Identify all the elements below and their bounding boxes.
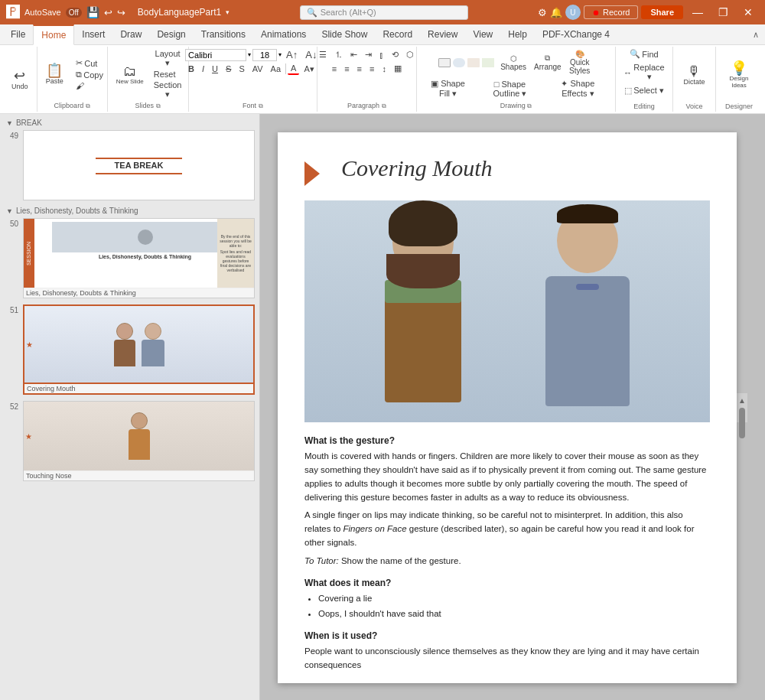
autosave-state: Off bbox=[69, 8, 79, 17]
numbering-button[interactable]: ⒈ bbox=[331, 48, 346, 61]
tab-review[interactable]: Review bbox=[420, 25, 465, 44]
increase-indent-button[interactable]: ⇥ bbox=[362, 49, 375, 60]
minimize-button[interactable]: — bbox=[686, 5, 709, 20]
case-button[interactable]: Aa bbox=[268, 63, 284, 74]
undo-icon-title[interactable]: ↩ bbox=[104, 7, 112, 18]
shape-item[interactable] bbox=[438, 58, 451, 67]
underline-button[interactable]: U bbox=[209, 63, 221, 74]
slide-item-52[interactable]: 52 ★ Touching Nose bbox=[3, 399, 256, 483]
font-name-dropdown-icon[interactable]: ▾ bbox=[248, 51, 251, 58]
scroll-thumb[interactable] bbox=[739, 408, 745, 438]
avatar[interactable]: U bbox=[565, 5, 581, 20]
scroll-up-arrow[interactable]: ▲ bbox=[737, 395, 747, 406]
slide-item-49[interactable]: 49 TEA BREAK bbox=[3, 129, 256, 202]
find-button[interactable]: 🔍 Find bbox=[627, 48, 661, 60]
font-color-button[interactable]: A bbox=[288, 63, 299, 75]
new-slide-button[interactable]: 🗂 New Slide bbox=[111, 63, 149, 86]
tab-pdfxchange[interactable]: PDF-XChange 4 bbox=[535, 25, 617, 44]
touching-nose-body bbox=[129, 429, 150, 460]
align-right-button[interactable]: ≡ bbox=[354, 63, 365, 74]
line-spacing-button[interactable]: ↕ bbox=[379, 63, 389, 74]
smartart-button[interactable]: ⬡ bbox=[403, 49, 417, 60]
content-area: Covering Mouth bbox=[260, 114, 765, 700]
shape-fill-button[interactable]: ▣ Shape Fill ▾ bbox=[422, 78, 474, 99]
format-painter-button[interactable]: 🖌 bbox=[73, 80, 106, 91]
search-box[interactable]: 🔍 Search (Alt+Q) bbox=[300, 5, 468, 20]
reset-button[interactable]: Reset bbox=[151, 69, 185, 80]
section-button[interactable]: Section ▾ bbox=[151, 80, 185, 100]
highlight-button[interactable]: A▾ bbox=[301, 63, 317, 75]
slide-thumb-50[interactable]: SESSION Lies, Dishonesty, Doubts & Think… bbox=[23, 218, 255, 298]
align-left-button[interactable]: ≡ bbox=[329, 63, 340, 74]
shapes-button[interactable]: ⬡ Shapes bbox=[497, 53, 529, 73]
cut-button[interactable]: ✂ Cut bbox=[73, 57, 106, 69]
shadow-button[interactable]: S bbox=[236, 63, 247, 74]
tab-home[interactable]: Home bbox=[33, 24, 74, 45]
tab-view[interactable]: View bbox=[465, 25, 500, 44]
shape-effects-button[interactable]: ✦ Shape Effects ▾ bbox=[545, 78, 610, 99]
bell-icon[interactable]: 🔔 bbox=[550, 7, 562, 18]
bold-button[interactable]: B bbox=[185, 63, 197, 74]
tab-help[interactable]: Help bbox=[500, 25, 535, 44]
record-button[interactable]: ⏺ Record bbox=[584, 5, 638, 19]
tab-draw[interactable]: Draw bbox=[112, 25, 149, 44]
text-direction-button[interactable]: ⟲ bbox=[389, 49, 402, 60]
tab-insert[interactable]: Insert bbox=[74, 25, 112, 44]
tab-transitions[interactable]: Transitions bbox=[194, 25, 253, 44]
tab-slideshow[interactable]: Slide Show bbox=[314, 25, 375, 44]
select-button[interactable]: ⬚ Select ▾ bbox=[621, 85, 667, 96]
font-size-input[interactable] bbox=[252, 49, 277, 61]
shape-item[interactable] bbox=[467, 58, 480, 67]
layout-button[interactable]: Layout ▾ bbox=[151, 48, 185, 69]
replace-button[interactable]: ↔ Replace ▾ bbox=[620, 62, 668, 83]
justify-button[interactable]: ≡ bbox=[366, 63, 377, 74]
content-scrollbar[interactable]: ▲ ▼ bbox=[737, 393, 747, 422]
decrease-indent-button[interactable]: ⇤ bbox=[347, 49, 360, 60]
autosave-toggle[interactable]: Off bbox=[66, 8, 82, 18]
font-size-dropdown-icon[interactable]: ▾ bbox=[278, 51, 282, 58]
tab-file[interactable]: File bbox=[3, 25, 33, 44]
bullets-button[interactable]: ☰ bbox=[316, 49, 330, 60]
voice-label: Voice bbox=[685, 103, 702, 110]
italic-button[interactable]: I bbox=[199, 63, 207, 74]
undo-button[interactable]: ↩ Undo bbox=[6, 67, 34, 92]
design-ideas-button[interactable]: 💡 DesignIdeas bbox=[725, 60, 753, 90]
char-spacing-button[interactable]: AV bbox=[249, 63, 266, 74]
columns-button[interactable]: ⫿ bbox=[376, 50, 387, 60]
redo-icon-title[interactable]: ↪ bbox=[117, 7, 125, 18]
save-icon[interactable]: 💾 bbox=[86, 6, 99, 18]
undo-icon: ↩ bbox=[14, 69, 25, 83]
tab-animations[interactable]: Animations bbox=[253, 25, 314, 44]
copy-button[interactable]: ⧉ Copy bbox=[73, 69, 106, 80]
columns2-button[interactable]: ▦ bbox=[391, 63, 405, 74]
slide-50-content: Lies, Dishonesty, Doubts & Thinking bbox=[52, 222, 238, 260]
section-collapse-icon[interactable]: ▼ bbox=[6, 119, 13, 127]
slide-thumb-49[interactable]: TEA BREAK bbox=[23, 130, 255, 200]
tab-design[interactable]: Design bbox=[149, 25, 193, 44]
settings-icon[interactable]: ⚙ bbox=[538, 7, 547, 18]
shape-item[interactable] bbox=[482, 58, 494, 67]
restore-button[interactable]: ❐ bbox=[712, 5, 734, 20]
slide-item-51[interactable]: 51 ★ bbox=[3, 303, 256, 396]
shape-item[interactable] bbox=[453, 58, 465, 67]
slide-thumb-52[interactable]: ★ Touching Nose bbox=[23, 401, 255, 481]
arrange-button[interactable]: ⧉ Arrange bbox=[531, 52, 565, 73]
increase-font-button[interactable]: A↑ bbox=[283, 48, 301, 61]
paste-button[interactable]: 📋 Paste bbox=[37, 62, 71, 86]
section-lies-collapse-icon[interactable]: ▼ bbox=[6, 207, 13, 215]
slide-thumb-51[interactable]: ★ Covering M bbox=[23, 304, 255, 395]
strikethrough-button[interactable]: S bbox=[223, 63, 234, 74]
collapse-ribbon-icon[interactable]: ∧ bbox=[750, 27, 762, 43]
tab-record[interactable]: Record bbox=[375, 25, 420, 44]
share-button[interactable]: Share bbox=[641, 5, 683, 19]
shape-outline-button[interactable]: □ Shape Outline ▾ bbox=[477, 79, 542, 99]
align-center-button[interactable]: ≡ bbox=[341, 63, 352, 74]
font-name-input[interactable] bbox=[185, 49, 246, 61]
file-name-dropdown-icon[interactable]: ▾ bbox=[226, 8, 230, 16]
dictate-button[interactable]: 🎙 Dictate bbox=[680, 63, 708, 87]
close-button[interactable]: ✕ bbox=[737, 5, 759, 20]
quick-styles-button[interactable]: 🎨 QuickStyles bbox=[566, 48, 594, 77]
slide-item-50[interactable]: 50 SESSION Lies, Dishonesty, Doubts & Th… bbox=[3, 217, 256, 300]
slide-main-image bbox=[304, 200, 710, 422]
slide-panel[interactable]: ▼ BREAK 49 TEA BREAK ▼ Lies, Dishonesty,… bbox=[0, 114, 260, 700]
